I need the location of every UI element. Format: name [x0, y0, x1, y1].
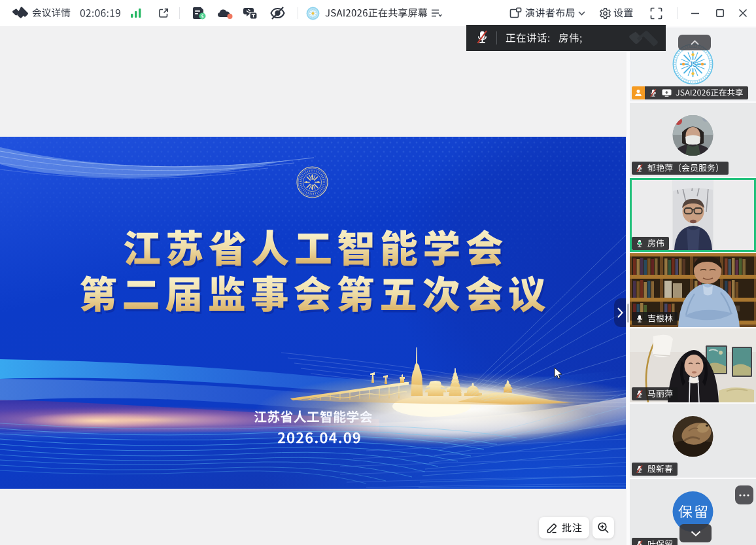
participant-name-label	[632, 463, 678, 476]
chevron-down-icon	[578, 0, 585, 26]
speaking-toast	[466, 25, 666, 51]
speaking-label	[506, 33, 551, 44]
mic-muted-icon	[635, 389, 644, 398]
layout-selector-button[interactable]	[525, 0, 576, 26]
slide-title-line1	[123, 229, 504, 270]
mic-muted-icon	[649, 88, 658, 97]
slide-org-name	[254, 410, 373, 425]
toolbar-divider	[179, 7, 180, 19]
mouse-cursor	[554, 367, 562, 382]
participant-name-label	[632, 538, 678, 545]
zoom-button[interactable]	[593, 517, 614, 538]
maximize-button[interactable]	[715, 0, 725, 26]
sidebar-collapse-button[interactable]	[678, 35, 711, 50]
mic-muted-icon	[635, 540, 644, 545]
close-button[interactable]	[738, 0, 747, 26]
settings-button[interactable]	[613, 0, 634, 26]
screen-share-icon	[662, 89, 672, 97]
svg-text:JS: JS	[689, 61, 697, 68]
participant-name-label	[632, 237, 669, 250]
privacy-eye-off-icon[interactable]	[269, 0, 286, 26]
sharer-avatar-logo	[306, 0, 320, 26]
mic-muted-icon	[635, 465, 644, 474]
meeting-app-logo-icon	[12, 0, 29, 26]
magnifier-plus-icon	[597, 521, 610, 534]
slide-date	[277, 431, 361, 446]
participant-tile-fang-wei[interactable]	[630, 178, 756, 252]
participant-name	[647, 465, 673, 474]
annotate-button[interactable]	[539, 517, 589, 538]
shared-slide	[0, 137, 626, 489]
recording-file-icon[interactable]	[191, 0, 207, 26]
sidebar-scrollbar[interactable]	[627, 304, 629, 323]
toast-divider	[496, 31, 497, 44]
toast-watermark-logo	[628, 29, 659, 49]
minimize-button[interactable]	[691, 0, 700, 26]
annotate-label	[562, 523, 582, 533]
avatar-initials-text	[630, 504, 756, 520]
participant-name	[647, 540, 673, 545]
share-options-icon[interactable]	[431, 0, 442, 26]
participant-name	[647, 314, 673, 323]
mic-muted-icon	[635, 164, 644, 173]
participant-more-button[interactable]	[735, 485, 753, 504]
participant-tile-yu-yanping[interactable]	[630, 103, 756, 177]
sidebar-expand-handle[interactable]	[614, 298, 626, 327]
participant-name	[676, 88, 744, 97]
participants-sidebar: JS	[627, 26, 756, 545]
layout-icon	[509, 0, 522, 26]
meeting-details-button[interactable]	[32, 0, 71, 26]
window-title-bar	[0, 0, 756, 26]
member-badge-icon	[632, 86, 645, 99]
participant-name	[647, 239, 664, 248]
gear-icon	[599, 0, 611, 26]
pencil-icon	[546, 522, 558, 534]
meeting-timer	[80, 0, 121, 26]
participant-name	[647, 389, 673, 398]
scroll-participants-down-button[interactable]	[679, 524, 712, 542]
participant-tile-ji-genlin[interactable]	[630, 253, 756, 327]
mic-speaking-icon	[635, 239, 644, 248]
toolbar-divider	[298, 7, 298, 19]
participant-name-label	[632, 312, 678, 325]
sharing-status-title	[325, 0, 428, 26]
participant-tile-ma-liping[interactable]	[630, 328, 756, 402]
participant-name	[647, 164, 724, 173]
share-tile-label	[632, 86, 748, 99]
participant-name-label	[632, 387, 678, 400]
slide-title-line2	[79, 275, 547, 315]
participant-name-label	[632, 162, 729, 175]
mic-muted-icon	[475, 29, 490, 47]
participant-tile-yin-xinchun[interactable]	[630, 404, 756, 478]
speaker-name	[558, 33, 583, 44]
open-external-icon[interactable]	[158, 0, 169, 26]
fullscreen-icon[interactable]	[650, 0, 662, 26]
cloud-status-icon[interactable]	[216, 0, 234, 26]
interpretation-icon[interactable]	[243, 0, 260, 26]
network-signal-icon[interactable]	[130, 0, 142, 26]
toolbar-divider	[677, 7, 678, 19]
mic-on-icon	[635, 314, 644, 323]
